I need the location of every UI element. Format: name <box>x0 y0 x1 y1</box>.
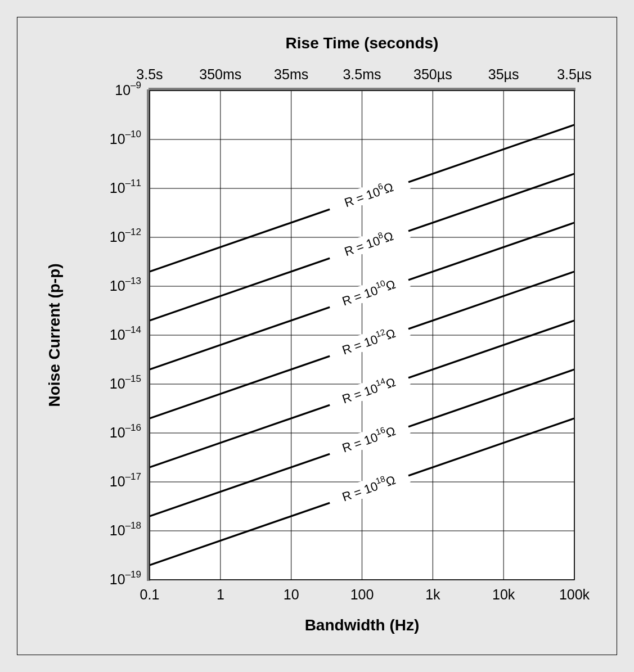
x-tick-label: 10 <box>284 587 299 602</box>
x-top-tick-label: 35µs <box>488 66 519 82</box>
y-tick-label: 10–19 <box>110 569 141 587</box>
x-tick-label: 1 <box>217 587 224 602</box>
y-tick-label: 10–11 <box>110 178 141 196</box>
y-tick-label: 10–15 <box>110 373 141 391</box>
x-top-tick-label: 35ms <box>274 66 308 82</box>
x-top-tick-label: 350µs <box>413 66 452 82</box>
y-tick-label: 10–12 <box>110 227 141 245</box>
y-axis-title: Noise Current (p-p) <box>46 263 63 407</box>
x-top-tick-label: 3.5µs <box>557 66 592 82</box>
bottom-axis-title: Bandwidth (Hz) <box>305 616 420 634</box>
y-tick-label: 10–9 <box>115 80 141 98</box>
y-tick-label: 10–16 <box>110 422 141 440</box>
y-tick-label: 10–18 <box>110 520 141 538</box>
x-top-tick-label: 350ms <box>199 66 241 82</box>
chart-panel: R = 106ΩR = 108ΩR = 1010ΩR = 1012ΩR = 10… <box>17 17 617 655</box>
noise-current-chart: R = 106ΩR = 108ΩR = 1010ΩR = 1012ΩR = 10… <box>17 17 617 655</box>
x-tick-label: 1k <box>425 587 440 602</box>
x-tick-label: 100k <box>559 587 590 602</box>
y-tick-label: 10–17 <box>110 471 141 489</box>
top-axis-title: Rise Time (seconds) <box>286 34 439 52</box>
x-tick-label: 10k <box>492 587 515 602</box>
y-tick-label: 10–13 <box>110 276 141 294</box>
y-tick-label: 10–10 <box>110 129 141 147</box>
x-tick-label: 0.1 <box>140 587 160 602</box>
y-tick-label: 10–14 <box>110 324 141 342</box>
x-tick-label: 100 <box>350 587 374 602</box>
x-top-tick-label: 3.5ms <box>343 66 381 82</box>
